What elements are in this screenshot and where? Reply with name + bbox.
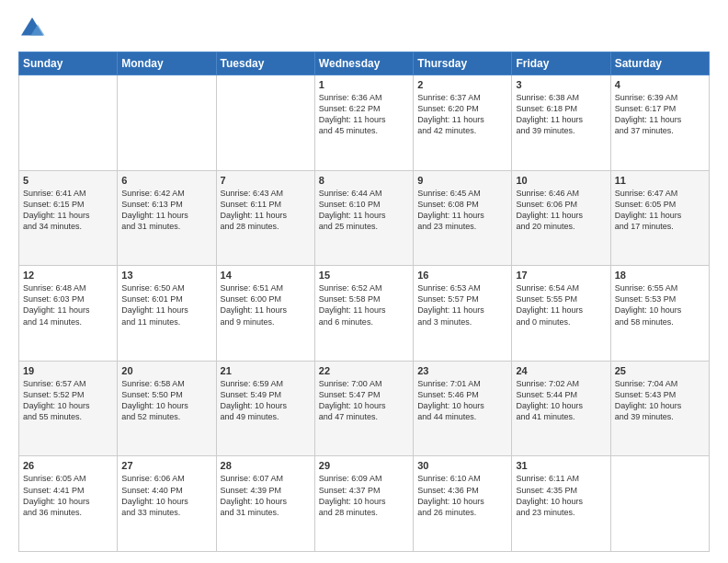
day-info: Sunrise: 6:10 AM Sunset: 4:36 PM Dayligh… — [417, 473, 507, 518]
day-number: 1 — [319, 79, 409, 90]
calendar-cell — [610, 456, 709, 552]
day-info: Sunrise: 6:39 AM Sunset: 6:17 PM Dayligh… — [615, 92, 705, 137]
calendar-week-row: 5Sunrise: 6:41 AM Sunset: 6:15 PM Daylig… — [19, 170, 710, 266]
day-number: 21 — [221, 365, 311, 376]
day-info: Sunrise: 6:38 AM Sunset: 6:18 PM Dayligh… — [516, 92, 606, 137]
day-number: 20 — [121, 365, 211, 376]
day-number: 2 — [417, 79, 507, 90]
calendar-cell: 29Sunrise: 6:09 AM Sunset: 4:37 PM Dayli… — [314, 456, 413, 552]
calendar-cell: 7Sunrise: 6:43 AM Sunset: 6:11 PM Daylig… — [216, 170, 314, 266]
logo-icon — [18, 15, 46, 42]
day-number: 15 — [319, 270, 409, 281]
col-monday: Monday — [118, 52, 216, 75]
calendar-cell: 22Sunrise: 7:00 AM Sunset: 5:47 PM Dayli… — [314, 361, 413, 456]
day-number: 16 — [417, 270, 507, 281]
day-number: 25 — [615, 365, 705, 376]
day-number: 29 — [319, 460, 409, 471]
calendar-cell: 16Sunrise: 6:53 AM Sunset: 5:57 PM Dayli… — [414, 266, 512, 362]
calendar-cell: 6Sunrise: 6:42 AM Sunset: 6:13 PM Daylig… — [118, 170, 216, 266]
calendar-cell: 8Sunrise: 6:44 AM Sunset: 6:10 PM Daylig… — [314, 170, 413, 266]
calendar-cell: 28Sunrise: 6:07 AM Sunset: 4:39 PM Dayli… — [216, 456, 314, 552]
day-number: 24 — [516, 365, 606, 376]
day-number: 26 — [23, 460, 113, 471]
day-number: 22 — [319, 365, 409, 376]
day-info: Sunrise: 6:51 AM Sunset: 6:00 PM Dayligh… — [221, 282, 311, 327]
day-info: Sunrise: 6:55 AM Sunset: 5:53 PM Dayligh… — [615, 282, 705, 327]
day-number: 30 — [417, 460, 507, 471]
day-info: Sunrise: 6:50 AM Sunset: 6:01 PM Dayligh… — [121, 282, 211, 327]
calendar-cell: 26Sunrise: 6:05 AM Sunset: 4:41 PM Dayli… — [19, 456, 118, 552]
calendar-table: Sunday Monday Tuesday Wednesday Thursday… — [18, 52, 710, 552]
calendar-cell: 23Sunrise: 7:01 AM Sunset: 5:46 PM Dayli… — [414, 361, 512, 456]
day-number: 4 — [615, 79, 705, 90]
day-info: Sunrise: 6:06 AM Sunset: 4:40 PM Dayligh… — [121, 473, 211, 518]
day-info: Sunrise: 6:41 AM Sunset: 6:15 PM Dayligh… — [23, 188, 113, 233]
day-info: Sunrise: 6:57 AM Sunset: 5:52 PM Dayligh… — [23, 378, 113, 423]
calendar-cell: 17Sunrise: 6:54 AM Sunset: 5:55 PM Dayli… — [512, 266, 610, 362]
day-info: Sunrise: 6:58 AM Sunset: 5:50 PM Dayligh… — [121, 378, 211, 423]
day-info: Sunrise: 6:45 AM Sunset: 6:08 PM Dayligh… — [417, 188, 507, 233]
calendar-cell: 14Sunrise: 6:51 AM Sunset: 6:00 PM Dayli… — [216, 266, 314, 362]
day-info: Sunrise: 6:47 AM Sunset: 6:05 PM Dayligh… — [615, 188, 705, 233]
calendar-cell: 2Sunrise: 6:37 AM Sunset: 6:20 PM Daylig… — [414, 75, 512, 171]
day-info: Sunrise: 6:48 AM Sunset: 6:03 PM Dayligh… — [23, 282, 113, 327]
calendar-cell: 20Sunrise: 6:58 AM Sunset: 5:50 PM Dayli… — [118, 361, 216, 456]
day-info: Sunrise: 6:36 AM Sunset: 6:22 PM Dayligh… — [319, 92, 409, 137]
calendar-week-row: 1Sunrise: 6:36 AM Sunset: 6:22 PM Daylig… — [19, 75, 710, 171]
day-info: Sunrise: 7:02 AM Sunset: 5:44 PM Dayligh… — [516, 378, 606, 423]
day-info: Sunrise: 7:00 AM Sunset: 5:47 PM Dayligh… — [319, 378, 409, 423]
calendar-cell: 10Sunrise: 6:46 AM Sunset: 6:06 PM Dayli… — [512, 170, 610, 266]
day-info: Sunrise: 6:11 AM Sunset: 4:35 PM Dayligh… — [516, 473, 606, 518]
day-number: 27 — [121, 460, 211, 471]
day-number: 9 — [417, 175, 507, 186]
day-info: Sunrise: 6:09 AM Sunset: 4:37 PM Dayligh… — [319, 473, 409, 518]
calendar-cell: 18Sunrise: 6:55 AM Sunset: 5:53 PM Dayli… — [610, 266, 709, 362]
calendar-cell: 24Sunrise: 7:02 AM Sunset: 5:44 PM Dayli… — [512, 361, 610, 456]
day-number: 31 — [516, 460, 606, 471]
day-number: 14 — [221, 270, 311, 281]
calendar-cell — [118, 75, 216, 171]
calendar-cell: 13Sunrise: 6:50 AM Sunset: 6:01 PM Dayli… — [118, 266, 216, 362]
day-info: Sunrise: 6:37 AM Sunset: 6:20 PM Dayligh… — [417, 92, 507, 137]
day-info: Sunrise: 6:43 AM Sunset: 6:11 PM Dayligh… — [221, 188, 311, 233]
calendar-cell: 21Sunrise: 6:59 AM Sunset: 5:49 PM Dayli… — [216, 361, 314, 456]
calendar-header-row: Sunday Monday Tuesday Wednesday Thursday… — [19, 52, 710, 75]
day-number: 23 — [417, 365, 507, 376]
page: Sunday Monday Tuesday Wednesday Thursday… — [0, 0, 728, 563]
col-sunday: Sunday — [19, 52, 118, 75]
calendar-cell: 4Sunrise: 6:39 AM Sunset: 6:17 PM Daylig… — [610, 75, 709, 171]
calendar-cell: 12Sunrise: 6:48 AM Sunset: 6:03 PM Dayli… — [19, 266, 118, 362]
calendar-cell: 9Sunrise: 6:45 AM Sunset: 6:08 PM Daylig… — [414, 170, 512, 266]
day-info: Sunrise: 6:53 AM Sunset: 5:57 PM Dayligh… — [417, 282, 507, 327]
day-info: Sunrise: 7:01 AM Sunset: 5:46 PM Dayligh… — [417, 378, 507, 423]
day-number: 11 — [615, 175, 705, 186]
calendar-cell: 27Sunrise: 6:06 AM Sunset: 4:40 PM Dayli… — [118, 456, 216, 552]
calendar-week-row: 26Sunrise: 6:05 AM Sunset: 4:41 PM Dayli… — [19, 456, 710, 552]
day-number: 5 — [23, 175, 113, 186]
logo — [18, 15, 50, 42]
day-number: 18 — [615, 270, 705, 281]
col-tuesday: Tuesday — [216, 52, 314, 75]
calendar-week-row: 12Sunrise: 6:48 AM Sunset: 6:03 PM Dayli… — [19, 266, 710, 362]
calendar-cell: 25Sunrise: 7:04 AM Sunset: 5:43 PM Dayli… — [610, 361, 709, 456]
day-number: 10 — [516, 175, 606, 186]
day-info: Sunrise: 6:54 AM Sunset: 5:55 PM Dayligh… — [516, 282, 606, 327]
day-number: 7 — [221, 175, 311, 186]
calendar-cell: 15Sunrise: 6:52 AM Sunset: 5:58 PM Dayli… — [314, 266, 413, 362]
day-info: Sunrise: 6:05 AM Sunset: 4:41 PM Dayligh… — [23, 473, 113, 518]
col-saturday: Saturday — [610, 52, 709, 75]
calendar-week-row: 19Sunrise: 6:57 AM Sunset: 5:52 PM Dayli… — [19, 361, 710, 456]
day-number: 13 — [121, 270, 211, 281]
calendar-cell: 31Sunrise: 6:11 AM Sunset: 4:35 PM Dayli… — [512, 456, 610, 552]
calendar-cell: 5Sunrise: 6:41 AM Sunset: 6:15 PM Daylig… — [19, 170, 118, 266]
day-number: 8 — [319, 175, 409, 186]
day-info: Sunrise: 7:04 AM Sunset: 5:43 PM Dayligh… — [615, 378, 705, 423]
calendar-cell: 11Sunrise: 6:47 AM Sunset: 6:05 PM Dayli… — [610, 170, 709, 266]
calendar-cell — [216, 75, 314, 171]
day-number: 6 — [121, 175, 211, 186]
day-info: Sunrise: 6:42 AM Sunset: 6:13 PM Dayligh… — [121, 188, 211, 233]
day-info: Sunrise: 6:07 AM Sunset: 4:39 PM Dayligh… — [221, 473, 311, 518]
header — [18, 15, 710, 42]
calendar-cell: 1Sunrise: 6:36 AM Sunset: 6:22 PM Daylig… — [314, 75, 413, 171]
day-info: Sunrise: 6:46 AM Sunset: 6:06 PM Dayligh… — [516, 188, 606, 233]
